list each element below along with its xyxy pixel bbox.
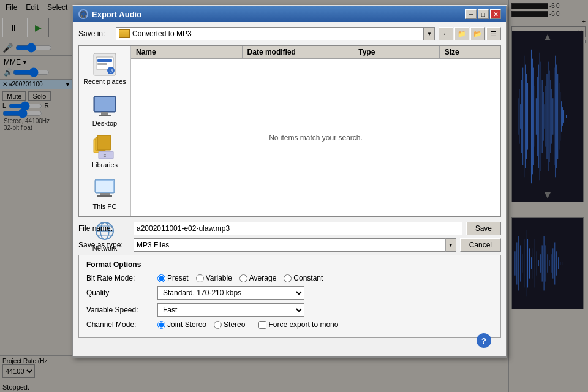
saveas-input[interactable] xyxy=(134,238,445,252)
new-folder-button[interactable]: 📂 xyxy=(470,27,485,40)
radio-preset-label: Preset xyxy=(167,274,189,282)
file-list-empty: No items match your search. xyxy=(131,59,500,216)
bit-rate-radio-group: Preset Variable Average Constant xyxy=(157,274,323,282)
force-mono-checkbox[interactable] xyxy=(258,321,266,329)
radio-average-label: Average xyxy=(249,274,276,282)
svg-rect-147 xyxy=(95,97,115,111)
channel-mode-row: Channel Mode: Joint Stereo Stereo Force … xyxy=(86,320,493,329)
col-type[interactable]: Type xyxy=(353,46,439,58)
nav-this-pc-label: This PC xyxy=(92,203,116,210)
filename-label: File name: xyxy=(78,224,134,233)
radio-variable-input[interactable] xyxy=(196,274,204,282)
radio-average[interactable]: Average xyxy=(239,274,276,282)
radio-joint-stereo[interactable]: Joint Stereo xyxy=(157,320,206,329)
channel-mode-radio-group: Joint Stereo Stereo Force export to mono xyxy=(157,320,338,329)
svg-rect-156 xyxy=(96,181,113,192)
saveas-dropdown-arrow[interactable]: ▼ xyxy=(445,238,456,252)
svg-rect-157 xyxy=(100,193,110,195)
this-pc-icon xyxy=(92,177,117,202)
nav-desktop[interactable]: Desktop xyxy=(79,90,130,130)
view-icon: ☰ xyxy=(491,30,497,38)
save-in-combo-wrapper: Converted to MP3 ▼ xyxy=(116,27,435,40)
desktop-icon xyxy=(92,94,117,118)
help-button[interactable]: ? xyxy=(477,333,491,348)
col-date[interactable]: Date modified xyxy=(243,46,354,58)
save-in-label: Save in: xyxy=(78,29,112,38)
svg-rect-152 xyxy=(97,135,111,150)
bit-rate-mode-row: Bit Rate Mode: Preset Variable Average xyxy=(86,274,493,282)
radio-stereo-input[interactable] xyxy=(214,321,222,329)
title-left: 🎧 Export Audio xyxy=(78,9,141,19)
radio-constant-label: Constant xyxy=(293,274,323,282)
saveas-row: Save as type: ▼ Cancel xyxy=(78,238,501,252)
variable-speed-select[interactable]: Fast Standard Slow xyxy=(157,303,304,317)
cancel-button[interactable]: Cancel xyxy=(460,238,501,252)
maximize-button[interactable]: □ xyxy=(478,9,489,19)
new-folder-icon: 📂 xyxy=(473,30,482,38)
recent-places-icon: ↺ xyxy=(92,52,117,77)
saveas-input-wrap: ▼ Cancel xyxy=(134,238,501,252)
quality-select[interactable]: Standard, 170-210 kbps Medium, 145-185 k… xyxy=(157,286,304,300)
radio-average-input[interactable] xyxy=(239,274,247,282)
nav-panel: ↺ Recent places Desktop xyxy=(79,46,131,216)
dialog-body: Save in: Converted to MP3 ▼ ← 📁 📂 xyxy=(74,22,506,343)
folder-icon xyxy=(119,29,130,38)
radio-variable[interactable]: Variable xyxy=(196,274,232,282)
file-list-header: Name Date modified Type Size xyxy=(131,46,500,59)
close-button[interactable]: ✕ xyxy=(490,9,501,19)
radio-variable-label: Variable xyxy=(206,274,232,282)
quality-row: Quality Standard, 170-210 kbps Medium, 1… xyxy=(86,286,493,300)
radio-joint-stereo-input[interactable] xyxy=(157,321,165,329)
toolbar-icons: ← 📁 📂 ☰ xyxy=(439,27,501,40)
back-icon: ← xyxy=(443,30,450,37)
save-in-combo[interactable]: Converted to MP3 xyxy=(116,27,424,40)
variable-speed-label: Variable Speed: xyxy=(86,306,154,314)
svg-rect-142 xyxy=(97,59,112,62)
nav-network[interactable]: Network xyxy=(79,215,130,255)
filename-input[interactable] xyxy=(134,222,462,235)
force-mono-checkbox-item[interactable]: Force export to mono xyxy=(258,320,338,329)
variable-speed-row: Variable Speed: Fast Standard Slow xyxy=(86,303,493,317)
save-in-dropdown-arrow[interactable]: ▼ xyxy=(424,27,435,40)
radio-preset[interactable]: Preset xyxy=(157,274,189,282)
svg-text:↺: ↺ xyxy=(109,69,113,74)
bit-rate-mode-label: Bit Rate Mode: xyxy=(86,274,154,282)
filename-row: File name: Save xyxy=(78,222,501,235)
minimize-button[interactable]: ─ xyxy=(466,9,477,19)
nav-recent-places[interactable]: ↺ Recent places xyxy=(79,48,130,89)
browser-area: ↺ Recent places Desktop xyxy=(78,45,501,217)
nav-libraries[interactable]: ≡ Libraries xyxy=(79,132,130,172)
nav-libraries-label: Libraries xyxy=(92,161,118,168)
force-mono-label: Force export to mono xyxy=(268,320,338,329)
save-in-row: Save in: Converted to MP3 ▼ ← 📁 📂 xyxy=(78,27,501,40)
export-audio-dialog: 🎧 Export Audio ─ □ ✕ Save in: Converted … xyxy=(72,5,507,358)
svg-text:≡: ≡ xyxy=(104,153,107,159)
up-folder-button[interactable]: 📁 xyxy=(454,27,469,40)
nav-desktop-label: Desktop xyxy=(92,119,117,127)
svg-rect-158 xyxy=(97,195,112,197)
libraries-icon: ≡ xyxy=(92,135,117,160)
svg-rect-148 xyxy=(101,112,108,115)
dialog-title: Export Audio xyxy=(92,10,141,19)
radio-preset-input[interactable] xyxy=(157,274,165,282)
col-size[interactable]: Size xyxy=(440,46,500,58)
dialog-title-icon: 🎧 xyxy=(78,9,88,19)
radio-constant[interactable]: Constant xyxy=(284,274,323,282)
channel-mode-label: Channel Mode: xyxy=(86,320,154,329)
save-button[interactable]: Save xyxy=(466,222,501,235)
nav-this-pc[interactable]: This PC xyxy=(79,173,130,214)
radio-joint-stereo-label: Joint Stereo xyxy=(167,320,206,329)
view-button[interactable]: ☰ xyxy=(486,27,501,40)
up-folder-icon: 📁 xyxy=(458,30,466,38)
radio-stereo[interactable]: Stereo xyxy=(214,320,245,329)
back-button[interactable]: ← xyxy=(439,27,453,40)
svg-rect-149 xyxy=(99,115,111,116)
quality-label: Quality xyxy=(86,288,154,297)
saveas-label: Save as type: xyxy=(78,241,134,249)
folder-name: Converted to MP3 xyxy=(132,29,421,38)
filename-input-wrap: Save xyxy=(134,222,501,235)
file-list: Name Date modified Type Size No items ma… xyxy=(131,46,500,216)
svg-rect-143 xyxy=(97,63,107,65)
col-name[interactable]: Name xyxy=(131,46,243,58)
radio-constant-input[interactable] xyxy=(284,274,292,282)
